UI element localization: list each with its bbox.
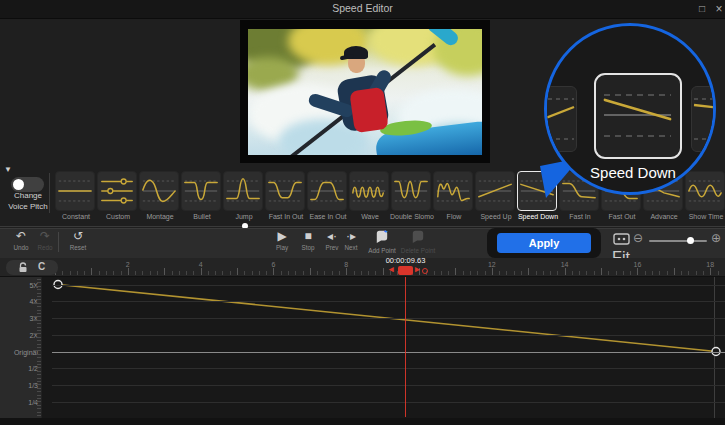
bottom-scrollbar[interactable]	[0, 418, 725, 425]
lock-icon[interactable]	[18, 262, 28, 273]
speed-curve[interactable]	[42, 277, 725, 418]
gridline	[52, 352, 725, 353]
speed-editor-window: Speed Editor □ × ▼ Change Voice Pit	[0, 0, 725, 425]
playhead-right-arrow-icon[interactable]: ▸	[415, 264, 420, 274]
preset-double-slomo[interactable]: Double Slomo	[391, 171, 431, 211]
preset-label: Show Time	[676, 213, 725, 220]
ruler-number: 14	[561, 261, 569, 268]
fit-size-icon	[613, 233, 630, 245]
zoom-slider-handle[interactable]	[687, 237, 694, 244]
ruler-number: 4	[199, 261, 203, 268]
svg-text:+: +	[384, 230, 388, 235]
speed-level-label: 2X	[0, 331, 38, 338]
preset-ease-in-out[interactable]: Ease In Out	[307, 171, 347, 211]
zoom-slider-track[interactable]	[649, 240, 707, 242]
ruler-number: 2	[126, 261, 130, 268]
playhead-timestamp: 00:00:09.63	[363, 256, 448, 265]
preset-flow[interactable]: Flow	[433, 171, 473, 211]
gridline	[52, 385, 725, 386]
apply-container: Apply	[487, 228, 601, 258]
video-preview	[248, 29, 482, 155]
reset-icon: ↺	[61, 230, 95, 243]
gridline	[52, 301, 725, 302]
voice-pitch-label-1: Change	[0, 191, 56, 200]
ruler-number: 16	[633, 261, 641, 268]
curve-mode-icon[interactable]: C	[38, 261, 45, 272]
gridline	[52, 285, 725, 286]
preset-speed-up[interactable]: Speed Up	[475, 171, 515, 211]
divider	[58, 232, 59, 252]
preset-montage[interactable]: Montage	[139, 171, 179, 211]
reset-button[interactable]: ↺ Reset	[61, 230, 95, 251]
delete-point-icon	[396, 230, 440, 246]
gridline	[52, 368, 725, 369]
toggle-knob	[13, 179, 24, 190]
change-voice-pitch-toggle[interactable]	[11, 177, 44, 192]
delete-point-button: Delete Point	[396, 230, 440, 254]
magnifier-circle: Speed Down	[544, 23, 716, 195]
preset-show-time[interactable]: Show Time	[685, 171, 725, 211]
close-icon[interactable]: ×	[711, 2, 725, 16]
timeline-tools: C	[6, 260, 58, 275]
divider	[49, 173, 50, 213]
apply-button[interactable]: Apply	[497, 233, 591, 253]
speed-axis-labels: 5X4X3X2XOriginal1/21/31/4	[0, 277, 42, 418]
playhead-left-arrow-icon[interactable]: ◂	[389, 264, 394, 274]
presets-scrollbar[interactable]	[0, 226, 725, 227]
ruler-number: 12	[488, 261, 496, 268]
preset-bullet[interactable]: Bullet	[181, 171, 221, 211]
zoom-out-icon[interactable]: ⊖	[633, 231, 643, 245]
redo-icon: ↷	[28, 230, 62, 243]
redo-button: ↷ Redo	[28, 230, 62, 251]
speed-level-label: 5X	[0, 281, 38, 288]
ruler-number: 8	[344, 261, 348, 268]
zoom-in-icon[interactable]: ⊕	[711, 231, 721, 245]
ruler-number: 6	[271, 261, 275, 268]
preset-fast-in-out[interactable]: Fast In Out	[265, 171, 305, 211]
preset-custom[interactable]: Custom	[97, 171, 137, 211]
preset-wave[interactable]: Wave	[349, 171, 389, 211]
preset-jump[interactable]: Jump	[223, 171, 263, 211]
gridline	[52, 318, 725, 319]
speed-level-label: Original	[0, 348, 38, 355]
magnified-speed-down-thumbnail	[594, 73, 682, 159]
voice-pitch-label-2: Voice Pitch	[0, 202, 56, 211]
magnified-adjacent-right	[691, 86, 716, 152]
playhead-marker[interactable]: ◂ ▸	[381, 265, 429, 276]
collapse-arrow-icon[interactable]: ▼	[4, 165, 12, 174]
title-bar: Speed Editor □ ×	[0, 0, 725, 19]
maximize-icon[interactable]: □	[694, 2, 710, 16]
preset-constant[interactable]: Constant	[55, 171, 95, 211]
gridline	[52, 335, 725, 336]
gridline	[52, 402, 725, 403]
ruler-number: 18	[706, 261, 714, 268]
playhead-ring-icon	[422, 268, 428, 274]
playhead-line[interactable]	[405, 277, 406, 417]
window-title: Speed Editor	[0, 2, 725, 14]
magnified-adjacent-left	[544, 86, 577, 152]
speed-graph[interactable]	[42, 277, 725, 418]
playhead-handle[interactable]	[398, 266, 413, 275]
